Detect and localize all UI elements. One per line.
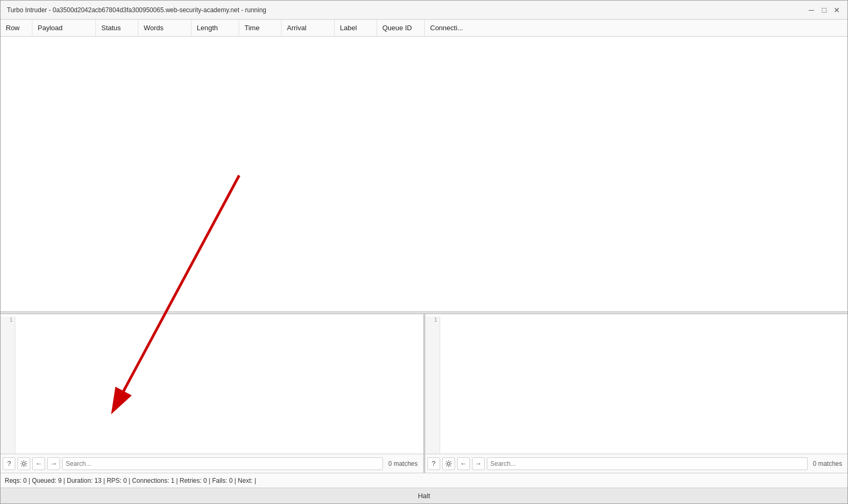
right-line-num-1: 1 <box>425 316 438 323</box>
svg-point-0 <box>23 462 25 465</box>
col-header-time[interactable]: Time <box>239 20 282 36</box>
left-line-num-1: 1 <box>1 316 13 323</box>
left-panel-content <box>1 314 423 316</box>
status-text: Reqs: 0 | Queued: 9 | Duration: 13 | RPS… <box>5 477 256 484</box>
window-controls: ─ □ ✕ <box>807 6 841 14</box>
left-panel: 1 ? ← → 0 matches <box>1 314 425 473</box>
right-search-input[interactable] <box>487 457 808 470</box>
right-back-button[interactable]: ← <box>457 457 470 470</box>
left-panel-wrapper: 1 <box>1 314 423 454</box>
results-table-area <box>1 37 847 311</box>
svg-point-1 <box>447 462 450 465</box>
left-forward-button[interactable]: → <box>47 457 60 470</box>
col-header-length[interactable]: Length <box>191 20 239 36</box>
left-panel-toolbar: ? ← → 0 matches <box>1 454 423 473</box>
window-title: Turbo Intruder - 0a3500d2042acb67804d3fa… <box>7 6 266 14</box>
right-panel-content <box>425 314 848 316</box>
right-help-button[interactable]: ? <box>427 457 440 470</box>
left-search-input[interactable] <box>62 457 383 470</box>
main-window: Turbo Intruder - 0a3500d2042acb67804d3fa… <box>0 0 848 504</box>
halt-bar[interactable]: Halt <box>1 488 847 503</box>
left-back-button[interactable]: ← <box>32 457 45 470</box>
left-line-numbers: 1 <box>1 314 15 454</box>
status-bar: Reqs: 0 | Queued: 9 | Duration: 13 | RPS… <box>1 473 847 488</box>
right-panel: 1 ? ← → 0 matches <box>425 314 848 473</box>
col-header-words[interactable]: Words <box>138 20 191 36</box>
left-help-button[interactable]: ? <box>3 457 15 470</box>
gear-icon <box>20 460 28 467</box>
col-header-label[interactable]: Label <box>335 20 377 36</box>
right-matches-label: 0 matches <box>810 460 845 467</box>
left-matches-label: 0 matches <box>385 460 421 467</box>
right-forward-button[interactable]: → <box>472 457 485 470</box>
right-panel-toolbar: ? ← → 0 matches <box>425 454 848 473</box>
col-header-payload[interactable]: Payload <box>32 20 96 36</box>
col-header-queueid[interactable]: Queue ID <box>377 20 425 36</box>
minimize-button[interactable]: ─ <box>807 6 816 14</box>
gear-icon-right <box>445 460 452 467</box>
right-settings-button[interactable] <box>442 457 455 470</box>
right-panel-wrapper: 1 <box>425 314 848 454</box>
close-button[interactable]: ✕ <box>833 6 841 14</box>
column-header-row: Row Payload Status Words Length Time Arr… <box>1 20 847 37</box>
col-header-status[interactable]: Status <box>96 20 138 36</box>
col-header-connecti[interactable]: Connecti... <box>425 20 847 36</box>
maximize-button[interactable]: □ <box>820 6 828 14</box>
col-header-arrival[interactable]: Arrival <box>282 20 335 36</box>
right-line-numbers: 1 <box>425 314 440 454</box>
bottom-panels: 1 ? ← → 0 matches <box>1 314 847 473</box>
col-header-row[interactable]: Row <box>1 20 32 36</box>
title-bar: Turbo Intruder - 0a3500d2042acb67804d3fa… <box>1 1 847 20</box>
halt-button[interactable]: Halt <box>418 492 430 500</box>
left-settings-button[interactable] <box>18 457 30 470</box>
horizontal-divider[interactable] <box>1 311 847 314</box>
